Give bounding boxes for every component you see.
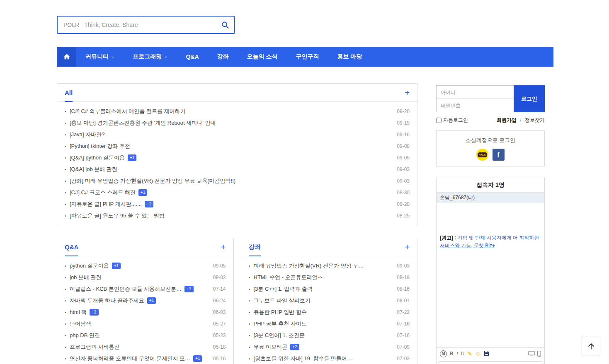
post-list-item[interactable]: [3분 C++] 1. 입력과 출력 08-16	[241, 283, 417, 295]
post-date: 05-27	[208, 321, 226, 327]
visitor-item[interactable]: 손님_67687(나)	[437, 193, 544, 203]
board-lecture-more-button[interactable]: +	[405, 243, 410, 251]
post-list-item[interactable]: [3분 C언어] 1. 조건문 07-16	[241, 330, 417, 341]
post-list-item[interactable]: [Q&A] python 질문이욥 +1 09-05	[57, 152, 417, 164]
boards-column: All + [C#] C# 외부클래스에서 메인폼 컨트롤 제어하기 09-20…	[57, 83, 417, 364]
italic-icon[interactable]: I	[456, 351, 458, 356]
social-icons: TALK f	[437, 149, 544, 161]
post-list-item[interactable]: 연산자 중복처리중 오류인데 무엇이 문제인지 모… +1 05-16	[57, 353, 233, 364]
bullet-icon	[249, 335, 250, 336]
bullet-icon	[65, 181, 66, 182]
chat-view-options	[528, 351, 541, 357]
auto-login-checkbox[interactable]	[436, 118, 442, 123]
board-all-header: All +	[57, 84, 417, 102]
post-list-item[interactable]: python 질문이욥 +1 09-05	[57, 260, 233, 272]
post-list-item[interactable]: [홍보 마당] 경기콘텐츠진흥원 주관 '게임 Reboot 세미나' 안내 0…	[57, 117, 417, 129]
home-icon	[63, 53, 70, 60]
post-list-item[interactable]: [왕초보를 위한 자바] 19. 함수를 만들어 … 07-03	[241, 353, 417, 364]
post-list-item[interactable]: 프로그램과 서버통신 05-18	[57, 341, 233, 353]
post-list-item[interactable]: [C#] C# 외부클래스에서 메인폼 컨트롤 제어하기 09-20	[57, 106, 417, 117]
post-list-item[interactable]: [Q&A] job 분배 관련 09-03	[57, 164, 417, 175]
post-list-item[interactable]: 자바책 두개중 하나 골라주세요 +1 06-24	[57, 295, 233, 306]
post-title: 미래 유망업종 가상현실(VR) 전문가 양성 무…	[254, 262, 364, 270]
board-qna-list: python 질문이욥 +1 09-05 job 분배 관련 09-03 이클립…	[57, 256, 233, 364]
post-list-item[interactable]: job 분배 관련 09-03	[57, 272, 233, 283]
save-icon[interactable]	[484, 351, 489, 357]
nav-menu-item[interactable]: 커뮤니티 ⌄	[76, 47, 124, 67]
post-list-item[interactable]: 유용한 PHP 일반 함수 07-22	[241, 306, 417, 318]
bullet-icon	[249, 300, 250, 301]
bullet-icon	[65, 323, 66, 325]
nav-menu-item-label: 강좌	[217, 53, 229, 60]
post-list-item[interactable]: [Python] tkinter 강좌 추천 09-08	[57, 140, 417, 152]
mention-icon[interactable]: M	[440, 350, 447, 357]
chat-input[interactable]	[439, 362, 542, 364]
nav-menu-item[interactable]: 구인구직	[286, 47, 328, 67]
login-options-row: 자동로그인 회원가입 / 정보찾기	[436, 117, 545, 124]
post-list-item[interactable]: [C#] C# 크로스 스레드 해결 +1 08-30	[57, 187, 417, 198]
post-list-item[interactable]: [자유로운 글] PHP 게시판....... +2 08-28	[57, 198, 417, 210]
nav-menu-item-label: 오늘의 소식	[247, 53, 278, 60]
nav-menu-item[interactable]: 오늘의 소식	[238, 47, 287, 67]
post-title: PHP 공부 추천 사이트	[254, 320, 307, 328]
search-input[interactable]	[58, 22, 216, 28]
comment-count-badge: +2	[90, 309, 98, 316]
nav-menu-item[interactable]: 홍보 마당	[328, 47, 371, 67]
chat-empty-area	[437, 249, 544, 347]
post-date: 05-23	[208, 333, 226, 338]
post-list-item[interactable]: 이클립스 - KCB 본인인증 모듈 사용해보신분… +2 07-14	[57, 283, 233, 295]
post-date: 08-01	[392, 298, 410, 304]
bullet-icon	[249, 323, 250, 325]
nav-menu: 커뮤니티 ⌄ 프로그래밍 ⌄ Q&A 강좌 오늘의 소식 구인구직 홍보 마당	[76, 47, 371, 67]
scroll-top-button[interactable]	[582, 337, 600, 355]
board-lecture-header: 강좌 +	[241, 238, 417, 256]
signup-link[interactable]: 회원가입	[497, 117, 517, 123]
post-list-item[interactable]: 무료 이모티콘 +2 07-09	[241, 341, 417, 353]
bullet-icon	[249, 289, 250, 290]
post-date: 09-03	[392, 263, 410, 269]
login-button[interactable]: 로그인	[514, 85, 545, 112]
post-list-item[interactable]: HTML 수업 - 오픈튜토리얼즈 08-18	[241, 272, 417, 283]
comment-count-badge: +2	[145, 201, 153, 207]
board-all-title: All	[65, 84, 73, 101]
board-all: All + [C#] C# 외부클래스에서 메인폼 컨트롤 제어하기 09-20…	[57, 83, 417, 226]
post-title: [C#] C# 외부클래스에서 메인폼 컨트롤 제어하기	[70, 108, 186, 115]
post-date: 09-19	[392, 120, 410, 126]
underline-icon[interactable]: U	[461, 351, 465, 356]
post-list-item[interactable]: php DB 연결 05-23	[57, 330, 233, 341]
post-list-item[interactable]: PHP 공부 추천 사이트 07-16	[241, 318, 417, 330]
post-date: 08-16	[392, 286, 410, 292]
post-list-item[interactable]: 단어탐색 05-27	[57, 318, 233, 330]
login-password-input[interactable]	[436, 99, 514, 112]
bullet-icon	[65, 312, 66, 313]
nav-menu-item[interactable]: 프로그래밍 ⌄	[124, 47, 177, 67]
comment-count-badge: +1	[128, 154, 136, 161]
post-list-item[interactable]: 미래 유망업종 가상현실(VR) 전문가 양성 무… 09-03	[241, 260, 417, 272]
bold-icon[interactable]: B	[450, 351, 454, 356]
monitor-icon[interactable]	[528, 351, 535, 357]
post-list-item[interactable]: [Java] 자바란? 09-16	[57, 129, 417, 140]
post-date: 08-25	[392, 213, 410, 219]
login-id-input[interactable]	[436, 85, 514, 99]
search-icon	[221, 21, 229, 29]
pen-color-icon[interactable]: ✎	[467, 351, 472, 357]
search-button[interactable]	[216, 17, 234, 33]
nav-menu-item[interactable]: Q&A	[177, 47, 208, 67]
main-content: All + [C#] C# 외부클래스에서 메인폼 컨트롤 제어하기 09-20…	[57, 83, 553, 364]
facebook-login-icon[interactable]: f	[493, 149, 505, 161]
bullet-icon	[65, 146, 66, 147]
board-all-more-button[interactable]: +	[405, 89, 410, 97]
post-list-item[interactable]: html 책 +2 06-03	[57, 306, 233, 318]
find-info-link[interactable]: 정보찾기	[525, 117, 545, 123]
nav-home-button[interactable]	[57, 47, 76, 67]
kakao-login-icon[interactable]: TALK	[476, 149, 488, 161]
post-list-item[interactable]: 그누보드 파일 살펴보기 08-01	[241, 295, 417, 306]
post-title: [자유로운 글] PHP 게시판.......	[70, 200, 142, 208]
mobile-icon[interactable]	[537, 351, 541, 357]
emoji-icon[interactable]: ☺	[475, 351, 481, 357]
comment-count-badge: +1	[112, 263, 121, 269]
board-qna-more-button[interactable]: +	[221, 243, 226, 251]
post-list-item[interactable]: [강좌] 미래 유망업종 가상현실(VR) 전문가 양성 무료 교육(마감임박!…	[57, 175, 417, 187]
nav-menu-item[interactable]: 강좌	[208, 47, 238, 67]
post-list-item[interactable]: [자유로운 글] 윈도우 95 쓸 수 있는 방법 08-25	[57, 210, 417, 222]
